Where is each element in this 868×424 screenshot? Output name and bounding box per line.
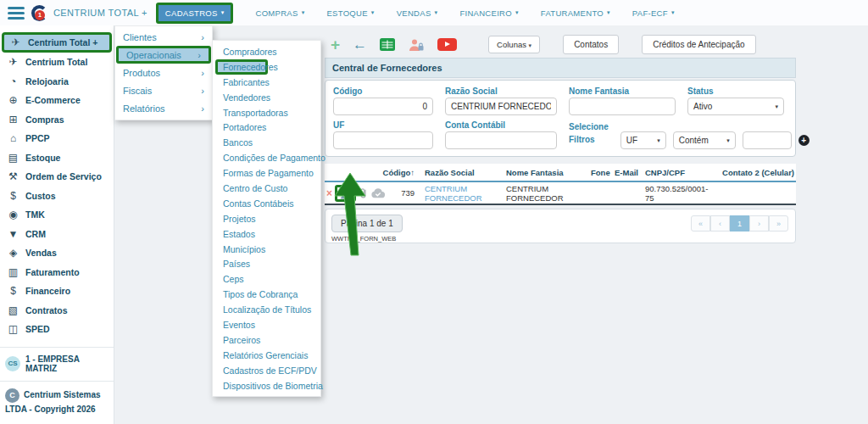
selecione-line1: Selecione (569, 122, 609, 131)
export-table-icon[interactable] (380, 38, 395, 51)
next-page-button[interactable]: › (749, 215, 769, 232)
filtro-campo-select[interactable]: UF ▾ (620, 131, 666, 149)
sidebar-item-e-commerce[interactable]: ⊕ E-Commerce (2, 91, 112, 110)
razao-social-input[interactable] (445, 98, 557, 115)
page-1-button[interactable]: 1 (730, 215, 749, 232)
nav-item-faturamento[interactable]: FATURAMENTO ▾ (541, 8, 610, 18)
page-indicator-button[interactable]: Página 1 de 1 (331, 215, 403, 232)
submenu-item-condicoes-pagamento[interactable]: Condições de Pagamento (213, 150, 320, 165)
prev-page-button[interactable]: ‹ (710, 215, 730, 232)
submenu-item-centro-de-custo[interactable]: Centro de Custo (213, 181, 320, 196)
submenu-item-tipos-de-cobranca[interactable]: Tipos de Cobrança (213, 287, 320, 302)
operacionais-submenu: Compradores Fornecedores Fabricantes Ven… (212, 40, 321, 397)
company-selector[interactable]: CS 1 - EMPRESA MATRIZ (0, 354, 114, 373)
header-codigo[interactable]: Código↑ (379, 168, 418, 177)
submenu-item-projetos[interactable]: Projetos (213, 211, 320, 226)
sidebar-item-compras[interactable]: ⊞ Compras (2, 110, 112, 130)
nav-item-cadastros[interactable]: CADASTROS ▾ (156, 3, 234, 24)
sidebar-item-financeiro[interactable]: $ Financeiro (2, 282, 112, 301)
submenu-item-vendedores[interactable]: Vendedores (213, 90, 320, 105)
submenu-item-compradores[interactable]: Compradores (213, 44, 320, 59)
codigo-input[interactable] (333, 98, 433, 115)
nav-item-estoque[interactable]: ESTOQUE ▾ (326, 8, 374, 18)
submenu-item-bancos[interactable]: Bancos (213, 135, 320, 150)
submenu-item-fabricantes[interactable]: Fabricantes (213, 75, 320, 90)
submenu-item-parceiros[interactable]: Parceiros (213, 332, 320, 348)
submenu-item-formas-pagamento[interactable]: Formas de Pagamento (213, 165, 320, 181)
first-page-button[interactable]: « (691, 215, 710, 232)
sidebar-item-ordem-de-servico[interactable]: ⚒ Ordem de Serviço (2, 167, 112, 187)
nav-item-vendas[interactable]: VENDAS ▾ (397, 8, 438, 18)
status-select[interactable]: Ativo ▾ (687, 98, 784, 115)
sidebar-item-vendas[interactable]: ◈ Vendas (2, 243, 112, 263)
fornecedores-table: Código↑ Razão Social Nome Fantasia Fone … (325, 164, 796, 205)
sidebar-item-centrium-total-plus[interactable]: ✈ Centrium Total + (2, 32, 112, 53)
filtro-valor-input[interactable] (743, 131, 792, 149)
user-lock-icon[interactable] (408, 38, 425, 52)
sidebar-item-contratos[interactable]: ▧ Contratos (2, 301, 112, 321)
menu-label: Produtos (123, 68, 160, 78)
nav-item-paf-ecf[interactable]: PAF-ECF ▾ (632, 8, 675, 18)
nav-item-compras[interactable]: COMPRAS ▾ (255, 8, 304, 18)
cell-razao-social-link[interactable]: CENTRIUM FORNECEDOR (418, 184, 503, 203)
menu-item-fiscais[interactable]: Fiscais › (115, 81, 212, 99)
add-button[interactable]: + (331, 39, 340, 51)
youtube-help-icon[interactable] (437, 38, 457, 51)
submenu-item-relatorios-gerenciais[interactable]: Relatórios Gerenciais (213, 348, 320, 363)
creditos-antecipacao-button[interactable]: Créditos de Antecipação (642, 35, 755, 54)
submenu-item-cadastros-ecf-pdv[interactable]: Cadastros de ECF/PDV (213, 363, 320, 378)
menu-item-produtos[interactable]: Produtos › (115, 64, 212, 81)
conta-contabil-input[interactable] (445, 131, 557, 149)
funnel-icon: ▼ (7, 228, 19, 240)
delete-icon[interactable]: × (326, 187, 332, 199)
header-cnpj-cpf[interactable]: CNPJ/CPF (645, 168, 713, 177)
submenu-item-portadores[interactable]: Portadores (213, 120, 320, 135)
submenu-label: Localização de Títulos (223, 304, 311, 315)
header-fone[interactable]: Fone (591, 168, 615, 177)
sidebar-item-crm[interactable]: ▼ CRM (2, 225, 112, 244)
back-arrow-button[interactable]: ← (353, 39, 367, 51)
uf-input[interactable] (333, 131, 433, 149)
submenu-item-transportadoras[interactable]: Transportadoras (213, 105, 320, 120)
submenu-item-localizacao-de-titulos[interactable]: Localização de Títulos (213, 302, 320, 317)
colunas-button[interactable]: Colunas ▾ (488, 36, 540, 53)
contatos-button[interactable]: Contatos (563, 35, 619, 54)
header-email[interactable]: E-Mail (615, 168, 645, 177)
submenu-item-eventos[interactable]: Eventos (213, 317, 320, 332)
submenu-item-dispositivos-biometria[interactable]: Dispositivos de Biometria (213, 378, 320, 393)
submenu-label: Cadastros de ECF/PDV (223, 365, 317, 376)
sidebar-item-tmk[interactable]: ◉ TMK (2, 205, 112, 225)
filtro-operador-select[interactable]: Contém ▾ (673, 131, 736, 149)
header-contato2[interactable]: Contato 2 (Celular) (713, 168, 796, 177)
sidebar-item-estoque[interactable]: ▤ Estoque (2, 148, 112, 168)
chevron-down-icon: ▾ (671, 9, 675, 16)
menu-item-clientes[interactable]: Clientes › (115, 28, 212, 46)
sidebar-item-ppcp[interactable]: ⌂ PPCP (2, 129, 112, 148)
submenu-item-paises[interactable]: Países (213, 256, 320, 271)
nav-item-financeiro[interactable]: FINANCEIRO ▾ (459, 8, 518, 18)
sidebar-item-centrium-total[interactable]: ✈ Centrium Total (2, 53, 112, 72)
sidebar-item-sped[interactable]: ◫ SPED (2, 320, 112, 339)
last-page-button[interactable]: » (769, 215, 788, 232)
attachment-icon[interactable] (359, 187, 368, 198)
hamburger-menu-icon[interactable] (8, 7, 25, 20)
submenu-item-ceps[interactable]: Ceps (213, 271, 320, 287)
submenu-item-contas-contabeis[interactable]: Contas Contábeis (213, 196, 320, 211)
submenu-label: Condições de Pagamento (223, 153, 326, 163)
sidebar-item-relojoaria[interactable]: ◔ Relojoaria (2, 72, 112, 92)
logo-badge: 1 (35, 10, 45, 20)
submenu-item-municipios[interactable]: Municípios (213, 242, 320, 257)
sidebar-item-faturamento[interactable]: ▥ Faturamento (2, 263, 112, 282)
sidebar-item-label: Ordem de Serviço (25, 171, 102, 181)
header-nome-fantasia[interactable]: Nome Fantasia (503, 168, 591, 177)
menu-item-relatorios[interactable]: Relatórios › (115, 99, 212, 117)
add-contact-icon[interactable] (335, 185, 356, 202)
submenu-item-estados[interactable]: Estados (213, 226, 320, 242)
nome-fantasia-input[interactable] (569, 98, 676, 115)
button-label: Contatos (574, 40, 608, 49)
submenu-item-fornecedores[interactable]: Fornecedores (215, 59, 268, 75)
sidebar-item-custos[interactable]: $ Custos (2, 187, 112, 206)
add-filter-button[interactable]: + (798, 135, 810, 146)
menu-item-operacionais[interactable]: Operacionais › (116, 46, 211, 64)
header-razao-social[interactable]: Razão Social (418, 168, 503, 177)
